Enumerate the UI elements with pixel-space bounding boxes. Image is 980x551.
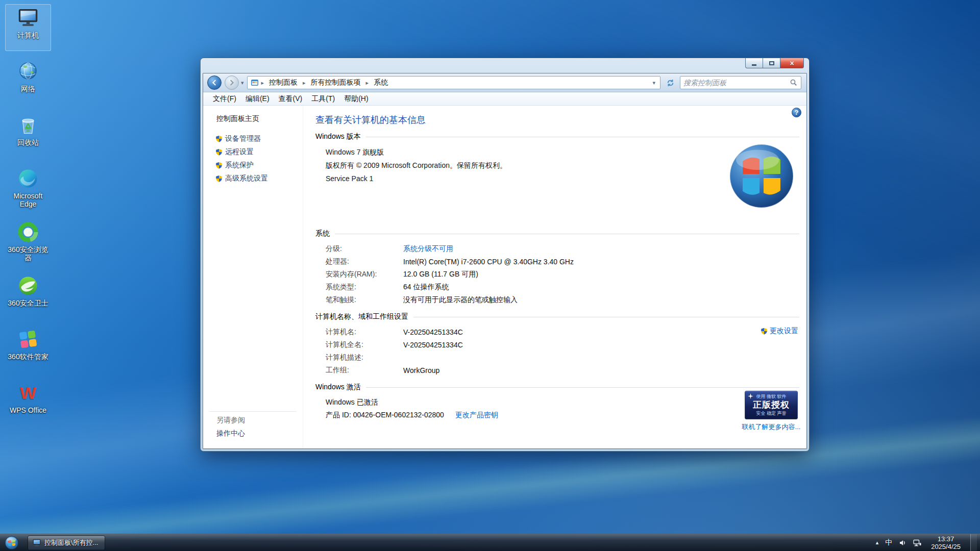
- sidebar-item-remote-settings[interactable]: 远程设置: [203, 145, 303, 159]
- close-button[interactable]: ×: [780, 58, 804, 68]
- address-bar[interactable]: ▸ 控制面板 ▸ 所有控制面板项 ▸ 系统 ▾: [247, 76, 660, 89]
- product-id: 产品 ID: 00426-OEM-0602132-02800: [326, 411, 444, 420]
- section-header-label: 计算机名称、域和工作组设置: [315, 312, 408, 321]
- desktop-icon-edge[interactable]: Microsoft Edge: [5, 165, 51, 212]
- breadcrumb-separator: ▸: [261, 80, 264, 86]
- change-settings-link[interactable]: 更改设置: [761, 327, 798, 336]
- breadcrumb-all-items[interactable]: 所有控制面板项: [308, 78, 363, 88]
- desktop-icon-label: WPS Office: [10, 406, 46, 414]
- network-status-button[interactable]: [913, 539, 921, 546]
- menu-bar: 文件(F) 编辑(E) 查看(V) 工具(T) 帮助(H): [203, 92, 806, 106]
- product-id-row: 产品 ID: 00426-OEM-0602132-02800 更改产品密钥: [326, 409, 799, 421]
- rating-link[interactable]: 系统分级不可用: [403, 244, 453, 254]
- sidebar-item-device-manager[interactable]: 设备管理器: [203, 132, 303, 145]
- desktop-icon-recycle-bin[interactable]: 回收站: [5, 111, 51, 158]
- desktop-icon-network[interactable]: 网络: [5, 58, 51, 105]
- section-header-label: Windows 激活: [315, 383, 361, 392]
- title-bar[interactable]: ×: [203, 58, 807, 73]
- computer-name-rows: 计算机名: V-202504251334C 计算机全名: V-202504251…: [315, 325, 799, 377]
- desktop: 计算机 网络: [0, 0, 980, 551]
- info-row-full-name: 计算机全名: V-202504251334C: [326, 338, 799, 351]
- 360-browser-icon: [17, 221, 39, 243]
- info-value: 64 位操作系统: [403, 283, 449, 292]
- recent-pages-dropdown[interactable]: ▾: [241, 80, 244, 86]
- breadcrumb-control-panel[interactable]: 控制面板: [266, 78, 300, 88]
- address-dropdown-icon[interactable]: ▾: [651, 80, 657, 86]
- sidebar-item-advanced-settings[interactable]: 高级系统设置: [203, 172, 303, 185]
- sidebar-item-label: 远程设置: [225, 147, 254, 157]
- desktop-icon-computer[interactable]: 计算机: [5, 4, 51, 51]
- help-button[interactable]: ?: [792, 108, 801, 117]
- speaker-icon: [899, 539, 906, 546]
- info-row-pen-touch: 笔和触摸: 没有可用于此显示器的笔或触控输入: [326, 293, 799, 306]
- learn-more-link[interactable]: 联机了解更多内容...: [742, 422, 801, 432]
- ime-indicator[interactable]: 中: [885, 538, 892, 547]
- menu-tools[interactable]: 工具(T): [307, 93, 339, 105]
- taskbar-item-control-panel[interactable]: 控制面板\所有控...: [28, 536, 105, 550]
- menu-view[interactable]: 查看(V): [274, 93, 307, 105]
- info-label: 安装内存(RAM):: [326, 270, 403, 279]
- uac-shield-icon: [761, 328, 768, 335]
- desktop-icon-360-safe[interactable]: 360安全卫士: [5, 272, 51, 319]
- desktop-icon-360-browser[interactable]: 360安全浏览器: [5, 218, 51, 265]
- change-product-key-link[interactable]: 更改产品密钥: [455, 411, 498, 420]
- sidebar-item-system-protection[interactable]: 系统保护: [203, 159, 303, 172]
- navigation-bar: ▾ ▸ 控制面板 ▸ 所有控制面板项 ▸ 系统 ▾: [203, 73, 806, 92]
- clock-time: 13:37: [931, 535, 961, 543]
- windows-orb-icon: [4, 535, 19, 550]
- sidebar-item-action-center[interactable]: 操作中心: [203, 427, 303, 440]
- maximize-button[interactable]: [763, 58, 780, 68]
- badge-bottom-text: 安全 稳定 声誉: [756, 410, 786, 417]
- uac-shield-icon: [215, 162, 223, 169]
- section-header: 系统: [315, 229, 799, 238]
- sidebar-item-control-panel-home[interactable]: 控制面板主页: [203, 113, 303, 125]
- refresh-button[interactable]: [664, 76, 677, 89]
- menu-edit[interactable]: 编辑(E): [241, 93, 274, 105]
- network-icon: [913, 539, 921, 546]
- desktop-icon-label: 360安全卫士: [8, 299, 48, 307]
- edition-lines: Windows 7 旗舰版 版权所有 © 2009 Microsoft Corp…: [315, 145, 799, 185]
- window-body: 控制面板主页 设备管理器 远程设置 系统保护: [203, 106, 806, 448]
- section-rule: [413, 317, 799, 317]
- computer-icon: [17, 7, 39, 29]
- search-input[interactable]: [683, 79, 790, 87]
- info-label: 笔和触摸:: [326, 295, 403, 305]
- desktop-icon-label: 回收站: [17, 138, 39, 146]
- taskbar-clock[interactable]: 13:37 2025/4/25: [928, 535, 964, 550]
- info-value: V-202504251334C: [403, 341, 463, 349]
- desktop-icon-label: 360软件管家: [8, 353, 48, 361]
- back-button[interactable]: [207, 76, 222, 90]
- minimize-button[interactable]: [745, 58, 763, 68]
- desktop-icon-wps[interactable]: W WPS Office: [5, 379, 51, 426]
- menu-help[interactable]: 帮助(H): [339, 93, 373, 105]
- clock-date: 2025/4/25: [931, 543, 961, 550]
- sidebar-item-label: 设备管理器: [225, 134, 261, 143]
- info-label: 分级:: [326, 244, 403, 254]
- start-button[interactable]: [0, 534, 23, 551]
- window-icon: [32, 538, 41, 547]
- info-label: 计算机全名:: [326, 340, 403, 349]
- desktop-icon-360-software[interactable]: 360软件管家: [5, 325, 51, 372]
- show-desktop-button[interactable]: [970, 534, 977, 551]
- maximize-icon: [769, 61, 774, 65]
- info-label: 计算机描述:: [326, 353, 403, 362]
- control-panel-icon: [251, 79, 259, 87]
- change-settings-label: 更改设置: [770, 327, 798, 336]
- menu-file[interactable]: 文件(F): [208, 93, 241, 105]
- volume-button[interactable]: [899, 539, 906, 546]
- system-info-rows: 分级: 系统分级不可用 处理器: Intel(R) Core(TM) i7-26…: [315, 242, 799, 306]
- section-rule: [366, 137, 799, 137]
- info-value: 12.0 GB (11.7 GB 可用): [403, 270, 478, 279]
- info-row-computer-name: 计算机名: V-202504251334C: [326, 325, 799, 338]
- show-hidden-icons-button[interactable]: ▴: [876, 539, 879, 546]
- genuine-badge[interactable]: 使用 微软 软件 正版授权 安全 稳定 声誉: [745, 391, 798, 419]
- section-header: Windows 版本: [315, 132, 799, 141]
- forward-arrow-icon: [228, 79, 235, 86]
- sidebar-task-list: 设备管理器 远程设置 系统保护 高级系统设置: [203, 132, 303, 185]
- forward-button[interactable]: [225, 76, 239, 90]
- info-value: V-202504251334C: [403, 328, 463, 336]
- section-header: Windows 激活: [315, 383, 799, 392]
- recycle-bin-icon: [17, 114, 39, 136]
- section-rule: [366, 387, 799, 388]
- breadcrumb-system[interactable]: 系统: [371, 78, 390, 88]
